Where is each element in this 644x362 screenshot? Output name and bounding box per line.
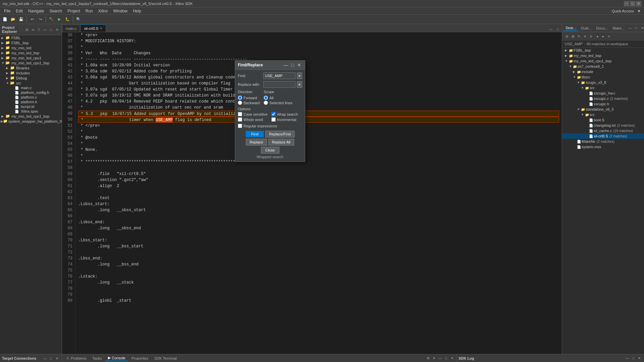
case-sensitive-checkbox[interactable] [238,112,242,116]
search-collapse-btn[interactable]: ⊟ [564,34,570,39]
project-tree-item[interactable]: ▶📁Includes [0,70,62,75]
sdklog-maximize-btn[interactable]: □ [631,356,636,361]
project-tree-item[interactable]: ▶📁Debug [0,75,62,80]
filter-btn[interactable]: ▽ [36,27,42,32]
console-clear-btn[interactable]: ✕ [431,356,437,361]
replace-input[interactable] [263,81,296,88]
search-settings-btn[interactable]: ≡ [606,34,612,39]
incremental-checkbox[interactable] [271,117,276,122]
project-tree-item[interactable]: ▶📁FSBL [0,35,62,40]
menu-window[interactable]: Window [111,8,130,14]
search-tree-item[interactable]: 📄xscugic_hw.c [562,90,644,96]
console-minimize-btn[interactable]: — [437,356,443,361]
project-tree-item[interactable]: ▶📁my_mio_led_cpu1_bsp [0,114,62,119]
menu-search[interactable]: Search [47,8,65,14]
undo-btn[interactable]: ↩ [29,16,36,23]
menu-project[interactable]: Project [65,8,83,14]
dialog-maximize-btn[interactable]: □ [289,62,296,68]
project-tree-item[interactable]: ▶📁my_mio_led [0,45,62,50]
search-panel-maximize[interactable]: □ [634,25,639,31]
search-tree-item[interactable]: 📄Makefile (2 matches) [562,139,644,144]
project-tree-item[interactable]: 📄Xilinx.spec [0,109,62,114]
tab-main-c[interactable]: main.c [62,24,80,32]
redo-btn[interactable]: ↪ [37,16,44,23]
tab-properties[interactable]: Properties [129,356,151,361]
search-tree-item[interactable]: 📄xil-crt0.S (2 matches) [562,133,644,139]
whole-word-checkbox[interactable] [238,117,242,122]
search-tree-item[interactable]: 📄system.mss [562,144,644,149]
tab-make[interactable]: Make... [610,25,627,31]
search-tree-item[interactable]: ▼📁src [562,85,644,90]
menu-xilinx[interactable]: Xilinx [96,8,111,14]
search-tree-item[interactable]: 📄changelog.txt (2 matches) [562,123,644,128]
find-input[interactable] [263,72,296,79]
maximize-btn[interactable]: □ [630,1,635,6]
search-tree-item[interactable]: ▶📁FSBL_bsp [562,48,644,53]
tc-close-btn[interactable]: ✕ [54,356,60,361]
project-tree-item[interactable]: 📄platform.c [0,95,62,100]
project-tree-item[interactable]: ▶📁Binaries [0,65,62,70]
replace-all-button[interactable]: Replace All [268,139,294,145]
search-tree-item[interactable]: ▼📁src [562,112,644,117]
close-dialog-button[interactable]: Close [261,147,279,154]
minimize-panel-btn[interactable]: — [42,27,48,32]
console-close-btn[interactable]: ✕ [449,356,455,361]
search-panel-close[interactable]: ✕ [640,25,644,31]
replace-find-button[interactable]: Replace/Find [265,131,294,137]
tab-xil-crt0[interactable]: xil-crt0.S ✕ [80,24,106,32]
menu-file[interactable]: File [1,8,13,14]
project-tree-item[interactable]: 📄platform.h [0,100,62,104]
backward-radio[interactable] [238,101,242,105]
sdklog-minimize-btn[interactable]: — [625,356,630,361]
replace-button[interactable]: Replace [246,139,267,145]
project-tree-item[interactable]: ▶📁FSBL_bsp [0,40,62,45]
debug-btn[interactable]: 🐛 [64,16,71,23]
search-tree-item[interactable]: ▶📁include [562,69,644,74]
project-tree-item[interactable]: ▶📁system_wrapper_hw_platform_0 [0,119,62,124]
sdklog-close-btn[interactable]: ✕ [637,356,642,361]
collapse-all-btn[interactable]: ⊟ [24,27,30,32]
tab-close-xil[interactable]: ✕ [100,26,102,30]
search-panel-minimize[interactable]: — [628,25,633,31]
minimize-btn[interactable]: ─ [624,1,629,6]
search-btn[interactable]: 🔍 [75,16,82,23]
new-btn[interactable]: 📄 [1,16,9,23]
menu-edit[interactable]: Edit [13,8,25,14]
all-radio[interactable] [264,96,268,100]
search-tree-item[interactable]: ▶📁my_mio_led_bsp [562,53,644,58]
console-maximize-btn[interactable]: □ [443,356,449,361]
tab-doc[interactable]: Docu... [594,25,610,31]
wrap-search-checkbox[interactable] [271,112,276,116]
forward-radio[interactable] [238,96,242,100]
menu-navigate[interactable]: Navigate [25,8,47,14]
run-btn[interactable]: ▶ [56,16,63,23]
link-editor-btn[interactable]: ⇔ [30,27,36,32]
tab-console[interactable]: ▶ Console [105,355,128,361]
tab-outline[interactable]: Outli... [579,25,594,31]
maximize-panel-btn[interactable]: □ [48,27,54,32]
project-tree-item[interactable]: ▼📂my_mio_led_cpu1_bsp [0,60,62,65]
dialog-minimize-btn[interactable]: — [283,62,289,68]
search-tree-item[interactable]: 📄xil_cache.c (19 matches) [562,128,644,133]
project-tree-item[interactable]: 📄platform_config.h [0,90,62,95]
open-btn[interactable]: 📂 [9,16,17,23]
tab-search[interactable]: Sear... [564,25,578,31]
project-tree-item[interactable]: 📄main.c [0,85,62,90]
menu-help[interactable]: Help [130,8,144,14]
editor-maximize-btn[interactable]: □ [555,26,560,32]
tab-tasks[interactable]: Tasks [90,356,104,361]
project-tree-item[interactable]: 📄lscript.ld [0,104,62,109]
selected-lines-radio[interactable] [264,101,268,105]
search-tree-item[interactable]: 📄xscugic.h [562,101,644,107]
search-expand-btn[interactable]: ⊞ [570,34,576,39]
find-button[interactable]: Find [246,131,264,137]
search-tree-item[interactable]: 📄boot.S [562,117,644,123]
project-tree-item[interactable]: ▶📁my_mio_led_bsp [0,50,62,55]
tc-maximize-btn[interactable]: □ [48,356,54,361]
code-editor[interactable]: 3637383940414243444546474849505152535455… [62,32,562,354]
project-tree-item[interactable]: ▼📂src [0,80,62,85]
search-next-btn[interactable]: ▸ [600,34,606,39]
replace-dropdown-btn[interactable]: ▼ [297,81,302,88]
find-dropdown-btn[interactable]: ▼ [297,72,302,79]
search-refresh-btn[interactable]: ↻ [576,34,582,39]
